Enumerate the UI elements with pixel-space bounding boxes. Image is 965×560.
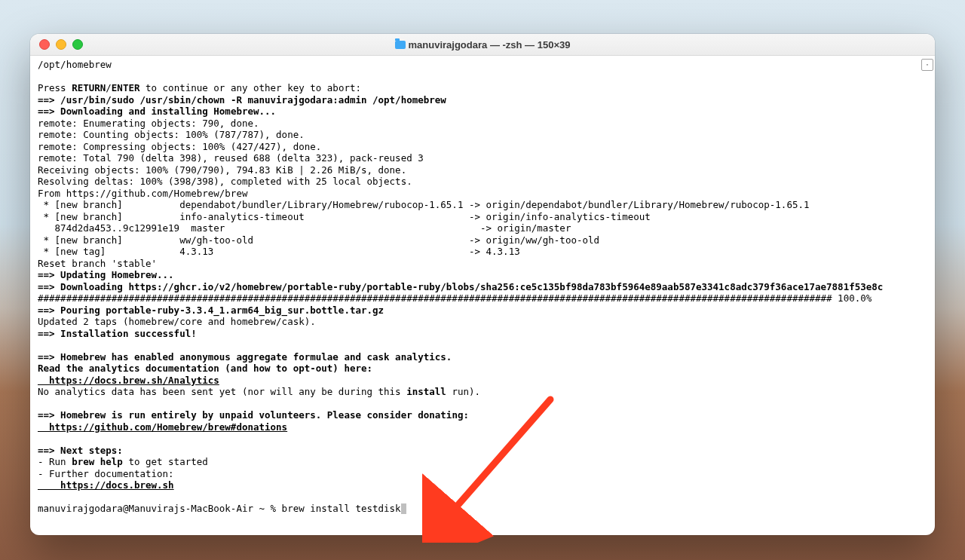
link-analytics[interactable]: https://docs.brew.sh/Analytics bbox=[38, 375, 219, 386]
zoom-button[interactable] bbox=[72, 39, 83, 50]
out-line: Updated 2 taps (homebrew/core and homebr… bbox=[38, 316, 316, 327]
cursor bbox=[401, 503, 406, 514]
out-line: to get started bbox=[123, 456, 208, 467]
out-line: / bbox=[106, 82, 112, 93]
typed-command[interactable]: brew install testdisk bbox=[282, 503, 401, 514]
link-donations[interactable]: https://github.com/Homebrew/brew#donatio… bbox=[38, 421, 287, 433]
link-docs[interactable]: https://docs.brew.sh bbox=[38, 479, 174, 491]
out-line: Downloading and installing Homebrew... bbox=[60, 106, 276, 117]
out-line: remote: Enumerating objects: 790, done. bbox=[38, 118, 259, 129]
out-line: - Further documentation: bbox=[38, 468, 174, 479]
out-line: remote: Compressing objects: 100% (427/4… bbox=[38, 141, 321, 152]
terminal-output[interactable]: ≡/opt/homebrew Press RETURN/ENTER to con… bbox=[30, 56, 935, 535]
out-line: Installation successful! bbox=[60, 328, 197, 339]
out-line: brew help bbox=[72, 456, 123, 467]
section-arrow: ==> bbox=[38, 445, 60, 456]
out-line: Downloading https://ghcr.io/v2/homebrew/… bbox=[60, 281, 883, 292]
section-arrow: ==> bbox=[38, 94, 60, 106]
out-line: * [new branch] ww/gh-too-old -> origin/w… bbox=[38, 234, 599, 246]
document-icon: ≡ bbox=[921, 59, 933, 71]
out-line: remote: Counting objects: 100% (787/787)… bbox=[38, 129, 305, 140]
out-line: ########################################… bbox=[38, 292, 872, 304]
out-line: From https://github.com/Homebrew/brew bbox=[38, 188, 247, 199]
window-titlebar[interactable]: manuvirajgodara — -zsh — 150×39 bbox=[30, 34, 935, 56]
section-arrow: ==> bbox=[38, 409, 60, 421]
minimize-button[interactable] bbox=[56, 39, 66, 50]
out-line: Homebrew has enabled anonymous aggregate… bbox=[60, 351, 452, 363]
out-line: - Run bbox=[38, 456, 72, 467]
out-line: to continue or any other key to abort: bbox=[139, 82, 361, 93]
out-line: Resolving deltas: 100% (398/398), comple… bbox=[38, 176, 412, 187]
out-line: Next steps: bbox=[60, 445, 123, 456]
out-line: * [new branch] dependabot/bundler/Librar… bbox=[38, 199, 810, 210]
section-arrow: ==> bbox=[38, 269, 60, 280]
out-line: Read the analytics documentation (and ho… bbox=[38, 363, 372, 374]
out-line: * [new tag] 4.3.13 -> 4.3.13 bbox=[38, 246, 520, 257]
out-line: Press bbox=[38, 82, 72, 93]
out-line: install bbox=[406, 386, 446, 397]
out-line: No analytics data has been sent yet (nor… bbox=[38, 386, 406, 397]
window-title-text: manuvirajgodara — -zsh — 150×39 bbox=[409, 39, 571, 50]
out-line: remote: Total 790 (delta 398), reused 68… bbox=[38, 152, 424, 164]
window-title: manuvirajgodara — -zsh — 150×39 bbox=[30, 39, 935, 50]
out-line: /opt/homebrew bbox=[38, 59, 112, 70]
out-line: 874d2da453..9c12991e19 master -> origin/… bbox=[38, 222, 571, 234]
section-arrow: ==> bbox=[38, 304, 60, 316]
section-arrow: ==> bbox=[38, 351, 60, 363]
out-line: * [new branch] info-analytics-timeout ->… bbox=[38, 211, 651, 222]
terminal-window: manuvirajgodara — -zsh — 150×39 ≡/opt/ho… bbox=[30, 34, 935, 535]
out-line: Reset branch 'stable' bbox=[38, 258, 157, 269]
out-line: Homebrew is run entirely by unpaid volun… bbox=[60, 409, 469, 421]
section-arrow: ==> bbox=[38, 281, 60, 292]
folder-icon bbox=[395, 41, 406, 49]
out-line: Pouring portable-ruby-3.3.4_1.arm64_big_… bbox=[60, 304, 384, 316]
traffic-lights bbox=[39, 39, 83, 50]
section-arrow: ==> bbox=[38, 106, 60, 117]
out-line: /usr/bin/sudo /usr/sbin/chown -R manuvir… bbox=[60, 94, 446, 106]
out-line: Receiving objects: 100% (790/790), 794.8… bbox=[38, 164, 406, 176]
section-arrow: ==> bbox=[38, 328, 60, 339]
out-line: Updating Homebrew... bbox=[60, 269, 174, 280]
out-line: ENTER bbox=[112, 82, 140, 93]
shell-prompt: manuvirajgodara@Manuvirajs-MacBook-Air ~… bbox=[38, 503, 282, 514]
out-line: run). bbox=[446, 386, 480, 397]
out-line: RETURN bbox=[72, 82, 106, 93]
close-button[interactable] bbox=[39, 39, 50, 50]
